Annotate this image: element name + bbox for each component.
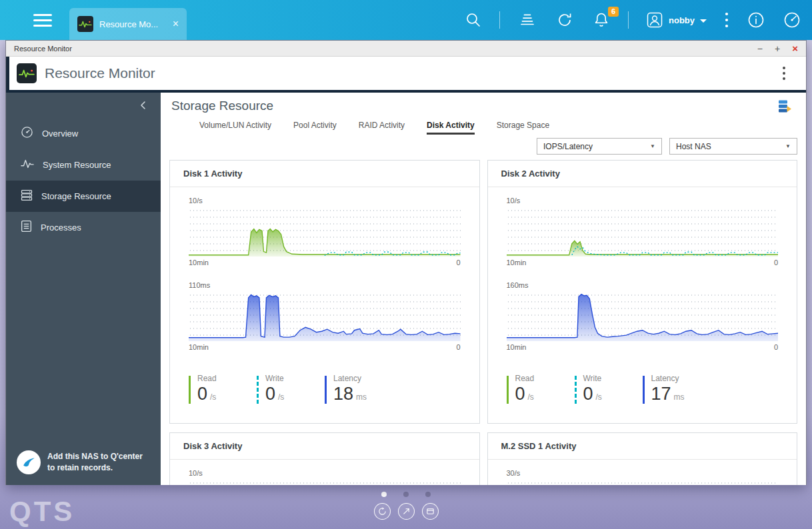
search-icon[interactable] — [465, 11, 482, 29]
window-controls: − + × — [757, 43, 798, 53]
dashboard-gauge-icon[interactable] — [783, 11, 801, 29]
storage-shortcut-icon[interactable] — [777, 99, 792, 113]
activity-tabs: Volume/LUN Activity Pool Activity RAID A… — [169, 121, 797, 135]
disk3-activity-card: Disk 3 Activity 10/s — [169, 432, 480, 485]
target-select[interactable]: Host NAS ▼ — [669, 138, 797, 155]
metric-select-value: IOPS/Latency — [543, 142, 593, 151]
read-unit: /s — [210, 392, 216, 403]
desktop-page-indicator — [0, 492, 812, 497]
latency-label: Latency — [651, 374, 685, 383]
taskbar-right-icons: 6 nobby — [465, 0, 801, 40]
tab-pool-activity[interactable]: Pool Activity — [293, 121, 337, 135]
latency-value: 18 — [333, 385, 353, 403]
tab-volume-lun-activity[interactable]: Volume/LUN Activity — [199, 121, 271, 135]
x-start-label: 10min — [507, 343, 527, 351]
read-marker — [189, 376, 191, 404]
recent-apps-button[interactable] — [374, 503, 391, 520]
page-dot-2[interactable] — [403, 492, 409, 497]
processes-icon — [21, 220, 32, 235]
tab-close-icon[interactable]: × — [173, 19, 179, 29]
sidebar-item-label: Storage Resource — [41, 191, 111, 201]
filters-row: IOPS/Latency ▼ Host NAS ▼ — [169, 138, 797, 155]
read-label: Read — [197, 374, 217, 383]
close-button[interactable]: × — [792, 43, 798, 53]
minimize-button[interactable]: − — [757, 44, 763, 53]
header-more-icon[interactable] — [782, 66, 786, 81]
disk1-activity-card: Disk 1 Activity 10/s 10min 0 110ms 1 — [169, 160, 480, 424]
tab-disk-activity[interactable]: Disk Activity — [427, 121, 475, 135]
page-dot-3[interactable] — [425, 492, 431, 497]
latency-ymax-label: 160ms — [507, 281, 779, 289]
sidebar: Overview System Resource Storage Resourc… — [6, 93, 161, 485]
write-legend: Write 0 /s — [575, 374, 643, 404]
main-menu-button[interactable] — [33, 14, 52, 27]
notifications-bell-icon[interactable]: 6 — [592, 11, 611, 29]
username: nobby — [669, 15, 695, 25]
write-value: 0 — [583, 385, 593, 403]
metric-select[interactable]: IOPS/Latency ▼ — [537, 138, 662, 155]
iops-ymax-label: 10/s — [189, 197, 461, 205]
write-value: 0 — [265, 385, 275, 403]
read-value: 0 — [197, 385, 207, 403]
qcenter-text-line2: to retain records. — [47, 463, 113, 472]
taskbar-tab-resource-monitor[interactable]: Resource Mo... × — [69, 8, 187, 40]
disk3-iops-chart — [189, 480, 461, 485]
taskbar-divider — [628, 11, 629, 29]
latency-ymax-label: 110ms — [189, 281, 461, 289]
page-dot-1[interactable] — [381, 492, 387, 497]
chevron-down-icon: ▼ — [785, 143, 791, 149]
show-desktop-button[interactable] — [422, 503, 439, 520]
x-start-label: 10min — [507, 259, 527, 266]
more-options-icon[interactable] — [724, 11, 729, 29]
sidebar-item-overview[interactable]: Overview — [6, 118, 161, 149]
iops-ymax-label: 10/s — [507, 197, 779, 205]
write-label: Write — [583, 374, 602, 383]
info-icon[interactable] — [747, 11, 765, 29]
read-legend: Read 0 /s — [507, 374, 575, 404]
tab-storage-space[interactable]: Storage Space — [497, 121, 549, 135]
disk2-legend: Read 0 /s — [507, 374, 779, 404]
latency-unit: ms — [674, 392, 685, 403]
write-marker — [257, 376, 259, 404]
qcenter-icon — [17, 450, 41, 474]
write-unit: /s — [278, 392, 284, 403]
quick-launch-button[interactable] — [398, 503, 415, 520]
page-title: Storage Resource — [171, 99, 777, 113]
maximize-button[interactable]: + — [775, 44, 780, 53]
x-start-label: 10min — [189, 343, 209, 351]
latency-unit: ms — [356, 392, 367, 403]
taskbar: Resource Mo... × 6 nobby — [0, 0, 812, 40]
caret-down-icon — [700, 19, 707, 23]
read-value: 0 — [515, 385, 525, 403]
window-title: Resource Monitor — [14, 45, 72, 53]
disk1-latency-chart — [189, 292, 461, 341]
latency-label: Latency — [333, 374, 367, 383]
x-end-label: 0 — [456, 259, 460, 266]
notification-badge: 6 — [608, 7, 619, 17]
user-menu[interactable]: nobby — [646, 11, 707, 29]
sidebar-item-system-resource[interactable]: System Resource — [6, 149, 161, 181]
x-end-label: 0 — [774, 343, 778, 351]
write-label: Write — [265, 374, 284, 383]
background-tasks-icon[interactable] — [517, 10, 537, 30]
x-start-label: 10min — [189, 259, 209, 266]
read-unit: /s — [528, 392, 534, 403]
sidebar-item-label: Processes — [41, 223, 81, 233]
qcenter-promo[interactable]: Add this NAS to Q'center to retain recor… — [17, 450, 143, 474]
card-title: Disk 3 Activity — [170, 433, 479, 460]
user-icon — [646, 11, 663, 29]
sidebar-item-processes[interactable]: Processes — [6, 212, 161, 243]
sidebar-item-storage-resource[interactable]: Storage Resource — [6, 181, 161, 212]
taskbar-tab-label: Resource Mo... — [99, 19, 158, 29]
disk1-iops-chart — [189, 207, 461, 257]
tab-raid-activity[interactable]: RAID Activity — [359, 121, 405, 135]
disk2-iops-chart — [507, 207, 779, 257]
m2-ssd1-activity-card: M.2 SSD 1 Activity 30/s — [487, 432, 798, 485]
app-title: Resource Monitor — [45, 65, 155, 81]
sidebar-collapse-button[interactable] — [139, 101, 146, 110]
card-title: Disk 1 Activity — [170, 161, 479, 187]
card-title: M.2 SSD 1 Activity — [488, 433, 797, 460]
overview-icon — [21, 126, 33, 141]
window-titlebar[interactable]: Resource Monitor − + × — [6, 41, 806, 57]
external-device-sync-icon[interactable] — [555, 10, 575, 30]
